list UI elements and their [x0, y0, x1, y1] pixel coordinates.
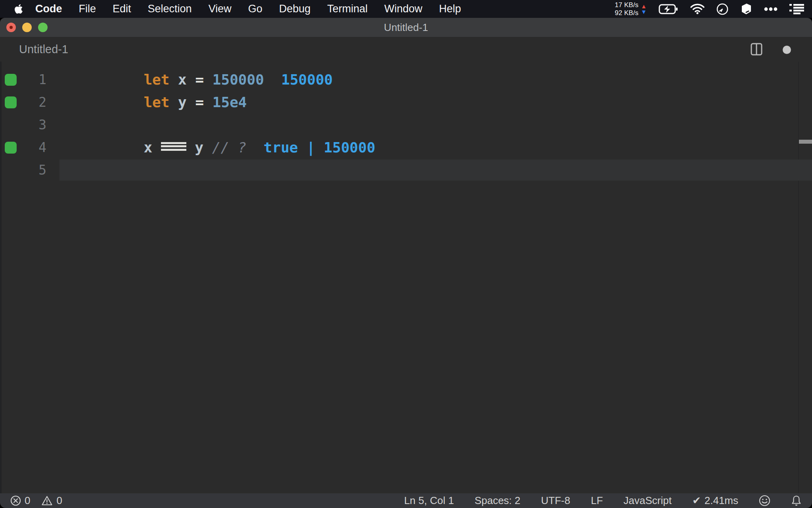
statusbar: 0 0 Ln 5, Col 1 Spaces: 2 UTF-8 LF JavaS…	[0, 493, 812, 508]
encoding-status[interactable]: UTF-8	[541, 495, 571, 507]
tab-untitled-1[interactable]: Untitled-1	[19, 43, 68, 56]
menu-terminal[interactable]: Terminal	[319, 3, 376, 15]
menu-window[interactable]: Window	[376, 3, 431, 15]
menu-edit[interactable]: Edit	[104, 3, 140, 15]
code-line-2[interactable]: 2 let y = 15e4	[0, 91, 812, 114]
language-mode-status[interactable]: JavaScript	[624, 495, 672, 507]
token-number: 15e4	[213, 94, 247, 110]
quokka-inline-value: 150000	[281, 71, 333, 88]
cube-app-icon[interactable]	[740, 3, 752, 15]
wifi-icon[interactable]	[690, 4, 705, 14]
window-titlebar: Untitled-1	[0, 18, 812, 37]
quokka-run-time: 2.41ms	[705, 495, 738, 507]
error-circle-icon	[10, 495, 21, 506]
more-dots-icon[interactable]	[764, 7, 778, 11]
warning-count: 0	[56, 495, 62, 507]
line-number: 3	[22, 117, 46, 133]
token-keyword: let	[144, 94, 169, 110]
quokka-marker-icon	[5, 96, 17, 108]
token-variable: x	[144, 139, 161, 156]
token-space	[264, 71, 281, 88]
line-number: 4	[22, 140, 46, 155]
token-variable: y	[169, 94, 195, 110]
battery-charging-icon[interactable]	[659, 4, 678, 14]
net-upload-rate: 17 KB/s	[615, 1, 639, 9]
download-arrow-icon: ▼	[641, 9, 647, 15]
close-button[interactable]	[6, 23, 16, 32]
check-icon: ✔	[692, 495, 701, 507]
menu-code[interactable]: Code	[27, 3, 71, 15]
menu-view[interactable]: View	[200, 3, 240, 15]
menu-selection[interactable]: Selection	[140, 3, 200, 15]
warning-triangle-icon	[41, 495, 53, 506]
network-speed-indicator[interactable]: 17 KB/s 92 KB/s ▲ ▼	[615, 1, 647, 17]
apple-menu-icon[interactable]	[14, 4, 23, 14]
token-comment: // ?	[212, 139, 247, 156]
problems-status[interactable]: 0 0	[10, 495, 62, 507]
error-count: 0	[25, 495, 30, 507]
time-tracker-clock-icon[interactable]	[716, 3, 728, 15]
minimize-button[interactable]	[22, 23, 32, 32]
quokka-marker-icon	[5, 74, 17, 86]
split-editor-icon[interactable]	[751, 43, 762, 56]
menu-help[interactable]: Help	[431, 3, 469, 15]
token-operator: =	[195, 94, 212, 110]
screen: Code File Edit Selection View Go Debug T…	[0, 0, 812, 508]
quokka-time-status[interactable]: ✔ 2.41ms	[692, 495, 738, 507]
line-number: 1	[22, 72, 46, 87]
eol-status[interactable]: LF	[591, 495, 603, 507]
zoom-button[interactable]	[38, 23, 48, 32]
net-download-rate: 92 KB/s	[615, 9, 639, 17]
line-number: 5	[22, 162, 46, 178]
code-line-4[interactable]: 4 x y // ? true | 150000	[0, 136, 812, 159]
quokka-inline-value: true | 150000	[264, 139, 375, 156]
token-space	[246, 139, 263, 156]
cursor-position-status[interactable]: Ln 5, Col 1	[404, 495, 454, 507]
macos-menubar: Code File Edit Selection View Go Debug T…	[0, 0, 812, 18]
notifications-bell-icon[interactable]	[791, 495, 802, 506]
triple-equals-ligature	[161, 142, 186, 151]
list-menu-icon[interactable]	[789, 4, 804, 14]
line-number: 2	[22, 94, 46, 110]
feedback-smiley-icon[interactable]	[759, 495, 770, 506]
token-variable: y	[186, 139, 212, 156]
menu-go[interactable]: Go	[240, 3, 271, 15]
menu-debug[interactable]: Debug	[271, 3, 319, 15]
quokka-marker-icon	[5, 142, 17, 154]
window-title: Untitled-1	[0, 21, 812, 34]
menu-file[interactable]: File	[71, 3, 105, 15]
code-editor[interactable]: 1 let x = 150000 150000 2 let y = 15e4 3…	[0, 62, 812, 493]
unsaved-dot-indicator	[783, 46, 791, 54]
indentation-status[interactable]: Spaces: 2	[475, 495, 521, 507]
